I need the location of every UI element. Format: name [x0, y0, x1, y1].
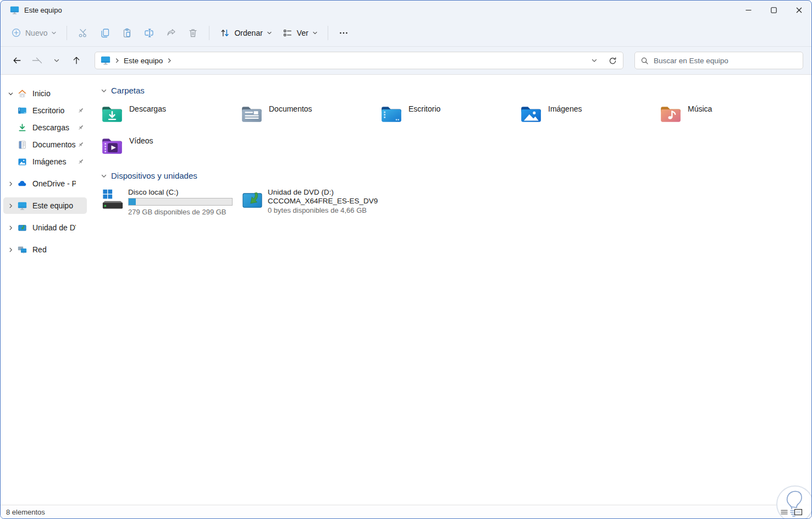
sort-arrows-icon	[219, 27, 230, 38]
sidebar-item-pictures[interactable]: Imágenes	[3, 153, 87, 170]
sidebar-item-dvd-drive[interactable]: Unidad de DVD (D:)	[3, 219, 87, 236]
large-icons-view-icon[interactable]	[794, 508, 803, 516]
sidebar-item-downloads[interactable]: Descargas	[3, 119, 87, 136]
plus-circle-icon	[11, 27, 21, 38]
folder-tile-desktop[interactable]: Escritorio	[380, 103, 520, 128]
sidebar-item-label: Imágenes	[32, 157, 76, 166]
dvd-drive-icon	[16, 223, 27, 233]
close-button[interactable]	[786, 1, 811, 19]
address-dropdown-button[interactable]	[587, 53, 601, 68]
chevron-down-icon	[267, 30, 272, 36]
address-bar[interactable]: Este equipo	[95, 52, 623, 69]
downloads-folder-icon	[101, 103, 124, 126]
view-toggles	[780, 508, 806, 516]
folder-name: Vídeos	[129, 136, 153, 145]
command-bar: Nuevo	[1, 19, 811, 47]
forward-button[interactable]	[29, 52, 45, 69]
maximize-button[interactable]	[761, 1, 786, 19]
folder-tile-downloads[interactable]: Descargas	[101, 103, 240, 128]
folder-tile-videos[interactable]: Vídeos	[101, 135, 240, 160]
folder-tile-pictures[interactable]: Imágenes	[520, 103, 659, 128]
music-folder-icon	[659, 103, 682, 126]
section-title: Dispositivos y unidades	[111, 171, 197, 180]
chevron-down-icon[interactable]	[4, 91, 16, 97]
window-controls	[736, 1, 811, 19]
folder-name: Música	[688, 104, 712, 113]
paste-button[interactable]	[116, 24, 138, 42]
chevron-right-icon[interactable]	[4, 225, 16, 231]
pictures-folder-icon	[520, 103, 543, 126]
minimize-button[interactable]	[736, 1, 761, 19]
details-view-icon[interactable]	[780, 508, 788, 516]
explorer-body: Inicio Escritorio Descargas	[1, 74, 811, 505]
folder-name: Imágenes	[548, 104, 582, 113]
drive-info: Unidad de DVD (D:) CCCOMA_X64FRE_ES-ES_D…	[268, 188, 378, 215]
folder-tile-music[interactable]: Música	[659, 103, 799, 128]
section-title: Carpetas	[111, 86, 145, 95]
chevron-right-icon[interactable]	[4, 247, 16, 253]
disk-usage-bar	[128, 198, 233, 206]
chevron-down-icon[interactable]	[101, 173, 107, 179]
folder-name: Escritorio	[408, 104, 440, 113]
view-button[interactable]: Ver	[277, 24, 323, 42]
sidebar-item-label: Descargas	[32, 123, 76, 132]
documents-folder-icon	[240, 103, 263, 126]
view-button-label: Ver	[297, 29, 308, 37]
back-button[interactable]	[9, 52, 25, 69]
delete-button[interactable]	[182, 24, 204, 42]
cut-button[interactable]	[72, 24, 94, 42]
sort-button[interactable]: Ordenar	[214, 24, 277, 42]
sidebar-item-onedrive[interactable]: OneDrive - Personal	[3, 175, 87, 192]
videos-folder-icon	[101, 135, 124, 158]
trash-icon	[187, 27, 198, 38]
drive-tile-local-disk-c[interactable]: Disco local (C:) 279 GB disponibles de 2…	[101, 188, 240, 217]
copy-button[interactable]	[94, 24, 116, 42]
sidebar-item-documents[interactable]: Documentos	[3, 136, 87, 153]
toolbar-separator	[67, 26, 67, 40]
file-list-area: Carpetas Descargas Documentos	[89, 75, 811, 505]
navigation-pane: Inicio Escritorio Descargas	[1, 75, 89, 505]
search-box[interactable]	[634, 52, 803, 69]
folder-name: Documentos	[269, 104, 312, 113]
folder-name: Descargas	[129, 104, 166, 113]
sidebar-item-desktop[interactable]: Escritorio	[3, 102, 87, 119]
folders-section-header[interactable]: Carpetas	[101, 86, 811, 95]
up-button[interactable]	[68, 52, 85, 69]
folder-tile-documents[interactable]: Documentos	[240, 103, 380, 128]
this-pc-icon	[16, 201, 27, 211]
file-explorer-window: Este equipo Nuevo	[0, 0, 812, 519]
devices-grid: Disco local (C:) 279 GB disponibles de 2…	[101, 188, 811, 217]
chevron-right-icon[interactable]	[4, 203, 16, 209]
chevron-down-icon	[51, 30, 57, 36]
chevron-right-icon[interactable]	[114, 58, 120, 63]
desktop-folder-icon	[380, 103, 403, 126]
more-options-button[interactable]	[333, 24, 354, 42]
new-button[interactable]: Nuevo	[6, 24, 62, 42]
sidebar-item-home[interactable]: Inicio	[3, 85, 87, 102]
drive-volume-label: CCCOMA_X64FRE_ES-ES_DV9	[268, 197, 378, 206]
chevron-right-icon[interactable]	[4, 181, 16, 187]
drive-info: Disco local (C:) 279 GB disponibles de 2…	[128, 188, 233, 217]
rename-icon	[143, 27, 154, 38]
pin-icon	[76, 107, 86, 114]
onedrive-cloud-icon	[16, 179, 27, 189]
share-button[interactable]	[160, 24, 182, 42]
window-title: Este equipo	[24, 6, 62, 14]
recent-locations-button[interactable]	[48, 52, 65, 69]
refresh-button[interactable]	[605, 53, 620, 68]
status-bar: 8 elementos	[1, 505, 811, 518]
pictures-icon	[16, 157, 27, 167]
rename-button[interactable]	[138, 24, 160, 42]
breadcrumb-this-pc[interactable]: Este equipo	[124, 57, 163, 65]
sidebar-item-label: Este equipo	[32, 201, 76, 210]
sidebar-item-label: Documentos	[32, 140, 76, 149]
chevron-down-icon[interactable]	[101, 87, 107, 94]
sidebar-item-network[interactable]: Red	[3, 241, 87, 258]
chevron-right-icon[interactable]	[167, 58, 172, 63]
search-input[interactable]	[654, 57, 797, 65]
drive-tile-dvd-d[interactable]: Unidad de DVD (D:) CCCOMA_X64FRE_ES-ES_D…	[240, 188, 380, 217]
sidebar-item-this-pc[interactable]: Este equipo	[3, 197, 87, 214]
devices-section-header[interactable]: Dispositivos y unidades	[101, 171, 811, 180]
ellipsis-icon	[339, 28, 349, 38]
sort-button-label: Ordenar	[234, 29, 262, 37]
